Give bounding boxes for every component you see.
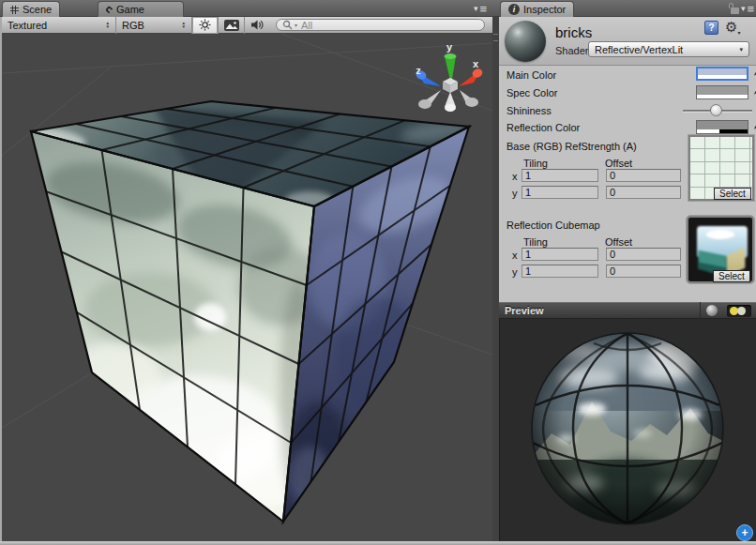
- z-axis-label[interactable]: z: [416, 65, 421, 76]
- panel-divider[interactable]: [492, 17, 499, 541]
- x-axis-label[interactable]: x: [473, 58, 479, 69]
- reflection-cubemap-label: Reflection Cubemap: [507, 220, 600, 231]
- tab-scene-label: Scene: [23, 4, 52, 15]
- base-offset-x-field[interactable]: [606, 169, 681, 182]
- preview-viewport: +: [499, 319, 756, 541]
- tab-inspector-label: Inspector: [523, 4, 566, 15]
- base-tiling-y-field[interactable]: [522, 186, 598, 199]
- dropdown-arrow-icon: ▾: [739, 46, 743, 53]
- cubemap-x-label: x: [512, 250, 518, 261]
- color-channels-dropdown[interactable]: RGB ▲▼: [116, 17, 191, 34]
- preview-add-button[interactable]: +: [737, 525, 753, 541]
- base-texture-label: Base (RGB) RefStrength (A): [507, 141, 637, 152]
- plus-icon: +: [741, 526, 748, 539]
- shader-dropdown[interactable]: Reflective/VertexLit ▾: [588, 41, 749, 57]
- search-icon: [282, 20, 293, 30]
- scene-audio-toggle[interactable]: [245, 17, 270, 34]
- scene-panel-menu-icon[interactable]: ▾≡: [474, 4, 488, 13]
- scene-lighting-toggle[interactable]: [192, 17, 218, 34]
- shader-label: Shader: [555, 45, 588, 56]
- updown-arrows-icon: ▲▼: [182, 22, 186, 29]
- main-color-label: Main Color: [507, 69, 556, 81]
- window-frame-left: [0, 17, 2, 541]
- spec-color-label: Spec Color: [507, 87, 557, 98]
- cubemap-offset-header: Offset: [605, 236, 632, 248]
- lock-icon[interactable]: [729, 3, 740, 14]
- speaker-icon: [250, 19, 265, 31]
- shininess-label: Shininess: [507, 105, 552, 116]
- cubemap-tiling-header: Tiling: [523, 236, 548, 248]
- unity-editor-window: Scene Game ▾≡ i Inspector ▾≡ Textured ▲▼: [0, 0, 756, 545]
- tab-game[interactable]: Game: [98, 1, 184, 17]
- scene-toolbar: Textured ▲▼ RGB ▲▼: [2, 17, 492, 34]
- help-icon[interactable]: ?: [704, 21, 718, 35]
- inspector-panel-menu-icon[interactable]: ▾≡: [741, 4, 755, 13]
- reflection-color-label: Reflection Color: [507, 122, 580, 133]
- cubemap-offset-y-field[interactable]: [606, 265, 681, 278]
- cubemap-tiling-y-field[interactable]: [522, 265, 598, 278]
- material-name: bricks: [555, 24, 592, 40]
- scene-viewport[interactable]: y z x: [2, 34, 492, 541]
- material-header: bricks Shader Reflective/VertexLit ▾ ? ⚙…: [499, 17, 756, 66]
- preview-lighting-button[interactable]: [727, 305, 751, 317]
- base-tiling-x-field[interactable]: [522, 169, 598, 182]
- tab-game-label: Game: [116, 4, 144, 15]
- scene-skybox-toggle[interactable]: [219, 17, 244, 34]
- shininess-slider-thumb[interactable]: [710, 104, 722, 116]
- spec-color-eyedropper-icon[interactable]: [751, 85, 756, 99]
- preview-header[interactable]: Preview: [499, 302, 756, 319]
- scene-grid-icon: [10, 6, 19, 14]
- image-icon: [224, 20, 239, 31]
- cubemap-select-button[interactable]: Select: [713, 270, 750, 282]
- base-x-label: x: [512, 171, 518, 182]
- spec-color-swatch[interactable]: [696, 85, 748, 99]
- main-color-swatch[interactable]: [696, 67, 748, 81]
- inspector-panel: bricks Shader Reflective/VertexLit ▾ ? ⚙…: [499, 17, 756, 541]
- search-filter-arrow-icon[interactable]: ▾: [295, 22, 297, 28]
- cubemap-y-label: y: [512, 266, 518, 278]
- base-offset-y-field[interactable]: [606, 186, 681, 199]
- render-mode-dropdown[interactable]: Textured ▲▼: [2, 17, 115, 34]
- gear-icon[interactable]: ⚙▾: [725, 19, 740, 36]
- base-offset-header: Offset: [605, 158, 632, 169]
- game-icon: [105, 5, 114, 14]
- base-tiling-header: Tiling: [523, 158, 548, 169]
- reflection-color-swatch[interactable]: [696, 120, 748, 134]
- window-frame-bottom: [0, 541, 756, 545]
- search-input[interactable]: [299, 19, 478, 32]
- reflection-color-eyedropper-icon[interactable]: [751, 120, 756, 134]
- updown-arrows-icon: ▲▼: [106, 22, 110, 29]
- cubemap-offset-x-field[interactable]: [606, 248, 681, 261]
- preview-title: Preview: [505, 305, 700, 316]
- sun-icon: [199, 19, 211, 31]
- tab-inspector[interactable]: i Inspector: [500, 1, 574, 17]
- base-texture-select-button[interactable]: Select: [714, 188, 751, 200]
- scene-search-field[interactable]: ▾: [276, 19, 485, 31]
- main-color-eyedropper-icon[interactable]: [751, 67, 756, 81]
- preview-shape-button[interactable]: [706, 305, 718, 316]
- y-axis-label[interactable]: y: [446, 41, 453, 53]
- tab-strip: Scene Game ▾≡ i Inspector ▾≡: [0, 0, 756, 17]
- preview-sphere-render: +: [500, 319, 756, 541]
- material-preview-thumbnail: [505, 21, 546, 62]
- info-icon: i: [508, 4, 520, 15]
- cubemap-tiling-x-field[interactable]: [522, 248, 598, 261]
- tab-scene[interactable]: Scene: [2, 1, 60, 17]
- base-y-label: y: [512, 188, 518, 199]
